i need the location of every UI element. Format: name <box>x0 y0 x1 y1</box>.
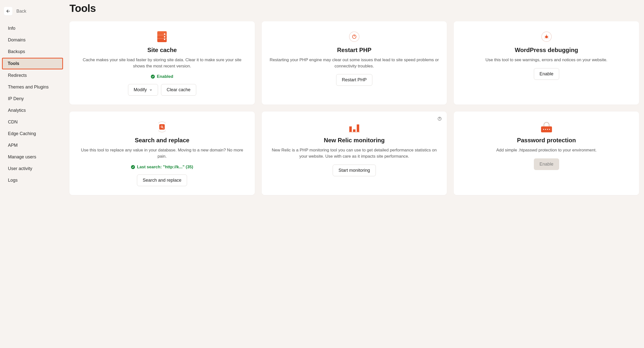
svg-line-5 <box>544 36 546 36</box>
sidebar-item-cdn[interactable]: CDN <box>2 116 62 128</box>
enable-password-button[interactable]: Enable <box>534 158 559 170</box>
bug-icon <box>541 31 552 42</box>
sidebar-item-ip-deny[interactable]: IP Deny <box>2 93 62 104</box>
sidebar: Back Info Domains Backups Tools Redirect… <box>0 0 64 348</box>
sidebar-item-domains[interactable]: Domains <box>2 34 62 46</box>
card-desc: Add simple .htpasswd protection to your … <box>462 147 631 153</box>
sidebar-item-info[interactable]: Info <box>2 23 62 34</box>
card-desc: Use this tool to see warnings, errors an… <box>462 57 631 63</box>
back-label: Back <box>16 9 26 14</box>
sidebar-item-apm[interactable]: APM <box>2 140 62 151</box>
check-circle-icon <box>131 165 135 169</box>
check-circle-icon <box>151 75 155 79</box>
card-desc: Use this tool to replace any value in yo… <box>78 147 247 159</box>
card-new-relic: New Relic monitoring New Relic is a PHP … <box>262 111 447 195</box>
arrow-left-icon <box>6 9 10 13</box>
card-title: WordPress debugging <box>462 47 631 53</box>
sidebar-item-analytics[interactable]: Analytics <box>2 105 62 116</box>
card-search-replace: Search and replace Use this tool to repl… <box>70 111 255 195</box>
main-content: Tools Site cache Cache makes your site l… <box>64 0 644 348</box>
modify-button[interactable]: Modify <box>128 84 158 96</box>
sidebar-item-user-activity[interactable]: User activity <box>2 163 62 174</box>
clear-cache-button[interactable]: Clear cache <box>161 84 196 96</box>
card-title: Search and replace <box>78 137 247 144</box>
status-text: Last search: "http://k..." (35) <box>137 165 193 170</box>
chevron-down-icon <box>149 88 152 91</box>
svg-line-6 <box>547 36 548 36</box>
bar-chart-icon <box>349 121 360 132</box>
search-replace-icon <box>156 121 168 132</box>
sidebar-item-themes-plugins[interactable]: Themes and Plugins <box>2 81 62 93</box>
restart-php-button[interactable]: Restart PHP <box>336 74 372 86</box>
sidebar-item-redirects[interactable]: Redirects <box>2 70 62 81</box>
card-restart-php: Restart PHP Restarting your PHP engine m… <box>262 21 447 105</box>
svg-point-3 <box>545 35 548 38</box>
sidebar-item-backups[interactable]: Backups <box>2 46 62 57</box>
back-button[interactable] <box>4 7 12 15</box>
power-icon <box>349 31 360 42</box>
sidebar-item-manage-users[interactable]: Manage users <box>2 151 62 163</box>
card-desc: Restarting your PHP engine may clear out… <box>270 57 439 69</box>
server-stack-icon <box>156 31 168 42</box>
start-monitoring-button[interactable]: Start monitoring <box>333 165 376 176</box>
lock-icon <box>541 121 552 132</box>
status-enabled: Enabled <box>78 74 247 79</box>
sidebar-item-logs[interactable]: Logs <box>2 175 62 186</box>
svg-line-7 <box>544 38 546 38</box>
page-title: Tools <box>70 2 639 14</box>
modify-label: Modify <box>134 87 147 92</box>
card-password-protection: Password protection Add simple .htpasswd… <box>454 111 639 195</box>
card-title: Site cache <box>78 47 247 53</box>
status-text: Enabled <box>157 74 173 79</box>
search-replace-button[interactable]: Search and replace <box>137 174 187 186</box>
card-site-cache: Site cache Cache makes your site load fa… <box>70 21 255 105</box>
card-title: New Relic monitoring <box>270 137 439 144</box>
card-title: Password protection <box>462 137 631 144</box>
svg-point-12 <box>440 119 440 120</box>
card-desc: New Relic is a PHP monitoring tool you c… <box>270 147 439 159</box>
card-wp-debug: WordPress debugging Use this tool to see… <box>454 21 639 105</box>
status-last-search: Last search: "http://k..." (35) <box>78 165 247 170</box>
svg-line-8 <box>547 38 548 38</box>
enable-debug-button[interactable]: Enable <box>534 68 559 80</box>
card-desc: Cache makes your site load faster by sto… <box>78 57 247 69</box>
sidebar-item-edge-caching[interactable]: Edge Caching <box>2 128 62 139</box>
sidebar-item-tools[interactable]: Tools <box>2 58 63 69</box>
help-icon[interactable] <box>437 116 442 121</box>
card-title: Restart PHP <box>270 47 439 53</box>
